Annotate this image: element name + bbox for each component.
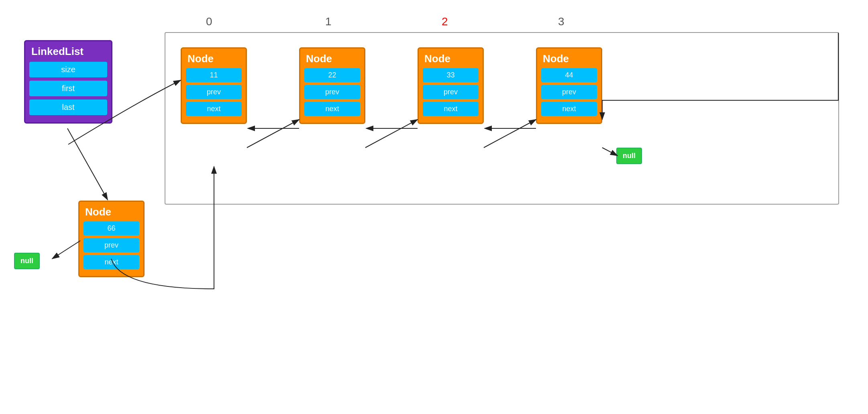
node-0-prev: prev [186,85,242,99]
node-3-next: next [541,102,597,116]
node-1: Node 22 prev next [299,47,365,124]
node-bottom-prev: prev [84,238,139,252]
diagram: 0 1 2 3 LinkedList size first last Node … [0,0,868,414]
svg-line-3 [52,241,80,259]
index-0: 0 [206,15,212,28]
node-3-value: 44 [541,68,597,82]
index-2: 2 [442,15,448,28]
null-box-1: null [14,253,40,269]
node-2: Node 33 prev next [418,47,484,124]
first-field: first [29,81,107,96]
node-1-value: 22 [304,68,360,82]
svg-line-4 [247,120,299,148]
node-3-title: Node [541,53,597,65]
size-field: size [29,62,107,77]
svg-line-6 [365,120,418,148]
node-bottom-value: 66 [84,221,139,235]
svg-line-10 [602,148,617,156]
svg-line-2 [67,128,108,200]
outline-box [165,32,839,205]
index-1: 1 [325,15,332,28]
node-2-value: 33 [423,68,479,82]
node-1-title: Node [304,53,360,65]
node-0-next: next [186,102,242,116]
node-0-value: 11 [186,68,242,82]
node-0-title: Node [186,53,242,65]
node-bottom: Node 66 prev next [78,201,145,277]
linkedlist-box: LinkedList size first last [24,40,112,124]
node-2-title: Node [423,53,479,65]
last-field: last [29,99,107,115]
linkedlist-title: LinkedList [29,45,107,58]
svg-line-8 [484,120,536,148]
node-3-prev: prev [541,85,597,99]
node-bottom-title: Node [84,206,139,218]
node-1-next: next [304,102,360,116]
node-2-next: next [423,102,479,116]
node-2-prev: prev [423,85,479,99]
node-0: Node 11 prev next [181,47,247,124]
null-box-2: null [616,148,642,164]
node-1-prev: prev [304,85,360,99]
index-3: 3 [558,15,564,28]
node-3: Node 44 prev next [536,47,602,124]
node-bottom-next: next [84,255,139,269]
